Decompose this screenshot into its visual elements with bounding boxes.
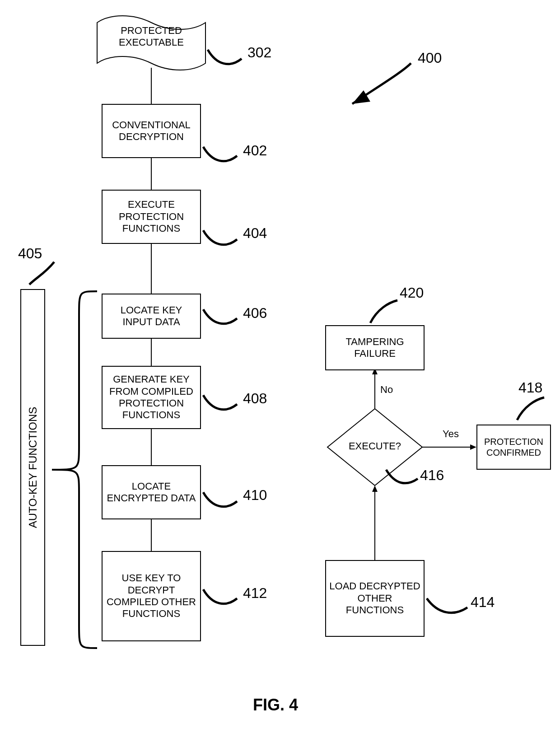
conn-402-404	[151, 158, 152, 190]
box-402: CONVENTIONAL DECRYPTION	[102, 104, 201, 158]
lead-418	[515, 395, 546, 422]
box-302-text: PROTECTED EXECUTABLE	[93, 25, 210, 49]
box-420: TAMPERING FAILURE	[325, 325, 425, 370]
box-404-text: EXECUTE PROTECTION FUNCTIONS	[105, 199, 197, 234]
box-406-text: LOCATE KEY INPUT DATA	[105, 304, 197, 328]
ref-420-label: 420	[400, 285, 424, 301]
box-412-text: USE KEY TO DECRYPT COMPILED OTHER FUNCTI…	[105, 572, 197, 620]
box-406: LOCATE KEY INPUT DATA	[102, 294, 201, 339]
box-404: EXECUTE PROTECTION FUNCTIONS	[102, 190, 201, 244]
lead-402	[201, 145, 242, 169]
conn-414-416	[370, 486, 379, 562]
box-414: LOAD DECRYPTED OTHER FUNCTIONS	[325, 560, 425, 637]
diamond-416-text: EXECUTE?	[325, 440, 425, 452]
svg-marker-0	[352, 90, 370, 104]
ref-408-label: 408	[243, 390, 267, 407]
ref-416-label: 416	[420, 467, 444, 484]
lead-410	[201, 490, 242, 515]
box-412: USE KEY TO DECRYPT COMPILED OTHER FUNCTI…	[102, 551, 201, 641]
no-label: No	[380, 384, 393, 396]
box-408: GENERATE KEY FROM COMPILED PROTECTION FU…	[102, 366, 201, 429]
ref-404-label: 404	[243, 225, 267, 242]
sidebox-405: AUTO-KEY FUNCTIONS	[20, 289, 45, 646]
conn-416-420	[370, 368, 379, 411]
lead-404	[201, 228, 242, 253]
ref-414-label: 414	[471, 594, 495, 611]
box-408-text: GENERATE KEY FROM COMPILED PROTECTION FU…	[105, 374, 197, 421]
box-420-text: TAMPERING FAILURE	[329, 336, 421, 360]
box-410-text: LOCATE ENCRYPTED DATA	[105, 481, 197, 504]
box-402-text: CONVENTIONAL DECRYPTION	[105, 119, 197, 143]
ref-405-label: 405	[18, 245, 42, 262]
box-418: PROTECTION CONFIRMED	[476, 425, 551, 470]
conn-302-402	[151, 68, 152, 104]
ref-302-label: 302	[247, 44, 271, 61]
ref-406-label: 406	[243, 305, 267, 322]
conn-410-412	[151, 519, 152, 551]
ref-418-label: 418	[518, 379, 542, 396]
lead-412	[201, 587, 242, 612]
box-414-text: LOAD DECRYPTED OTHER FUNCTIONS	[329, 580, 421, 616]
ref-412-label: 412	[243, 585, 267, 602]
sidebox-405-text: AUTO-KEY FUNCTIONS	[27, 407, 39, 528]
conn-404-406	[151, 244, 152, 294]
lead-405	[27, 260, 59, 287]
lead-302	[205, 47, 246, 75]
conn-406-408	[151, 339, 152, 366]
lead-420	[368, 298, 400, 325]
figure-label: FIG. 4	[253, 696, 298, 714]
brace-405	[47, 289, 102, 650]
box-418-text: PROTECTION CONFIRMED	[480, 436, 547, 458]
ref-410-label: 410	[243, 487, 267, 504]
lead-406	[201, 307, 242, 332]
ref-402-label: 402	[243, 142, 267, 159]
lead-414	[425, 596, 470, 621]
ref-400-label: 400	[418, 50, 442, 66]
conn-416-418	[422, 443, 476, 452]
conn-408-410	[151, 429, 152, 465]
svg-marker-5	[470, 444, 476, 450]
flowchart-canvas: 400 PROTECTED EXECUTABLE 302 CONVENTIONA…	[0, 0, 560, 733]
ref-arrow-400	[343, 59, 415, 113]
lead-408	[201, 393, 242, 418]
yes-label: Yes	[443, 428, 459, 440]
lead-416	[384, 467, 420, 492]
box-410: LOCATE ENCRYPTED DATA	[102, 465, 201, 519]
